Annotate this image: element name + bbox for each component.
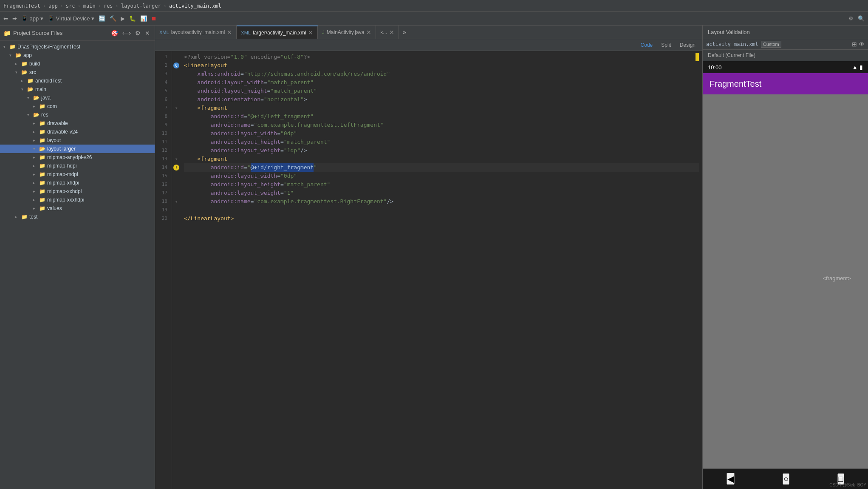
tab-close-2[interactable]: ✕ [308,30,313,36]
gutter-2[interactable]: C [172,61,181,70]
tab-layout-activity[interactable]: XML layout\activity_main.xml ✕ [155,26,237,39]
preview-current-file: activity_main.xml [706,41,758,47]
settings-btn[interactable]: ⚙ [847,14,855,23]
profile-btn[interactable]: 📊 [139,14,149,23]
tab-other[interactable]: k... ✕ [376,26,399,39]
nav-home-btn[interactable]: ○ [783,473,789,485]
nav-back-btn[interactable]: ◀ [727,473,735,485]
ln-10: 10 [155,129,169,138]
tree-androidtest[interactable]: ▸ 📁 androidTest [0,77,155,85]
device-app-name: FragmentTest [710,79,761,89]
gutter-4 [172,78,181,87]
tree-com-label: com [47,103,57,109]
tree-com[interactable]: ▸ 📁 com [0,102,155,111]
tree-root[interactable]: ▾ 📁 D:\asProjects\FragmentTest [0,43,155,51]
search-everywhere-btn[interactable]: 🔍 [856,14,866,23]
sidebar-expand-btn[interactable]: ⟺ [121,29,132,37]
gutter-18[interactable]: ▾ [172,197,181,206]
sidebar: 📁 Project Source Files 🎯 ⟺ ⚙ ✕ ▾ 📁 D:\as… [0,26,155,489]
tab-mainactivity[interactable]: J MainActivity.java ✕ [318,26,376,39]
ln-15: 15 [155,172,169,180]
fold-18[interactable]: ▾ [175,199,178,205]
tree-mipmap-xxxhdpi[interactable]: ▸ 📁 mipmap-xxxhdpi [0,196,155,204]
tree-res[interactable]: ▾ 📂 res [0,111,155,119]
view-design-btn[interactable]: Design [676,41,699,49]
device-content: <fragment> [703,94,868,469]
tab-xml-icon-2: XML [241,30,251,35]
code-line-14: android:id="@+id/right_fragment" [184,163,699,172]
ln-1: 1 [155,53,169,61]
code-line-4: android:layout_width="match_parent" [184,78,699,87]
gutter-14[interactable]: ! [172,163,181,172]
run-btn[interactable]: ▶ [119,14,127,23]
view-code-btn[interactable]: Code [637,41,656,49]
tree-res-label: res [41,112,48,118]
forward-btn[interactable]: ➡ [11,14,19,23]
sidebar-header: 📁 Project Source Files 🎯 ⟺ ⚙ ✕ [0,26,155,41]
tree-drawable[interactable]: ▸ 📁 drawable [0,119,155,128]
tree-values[interactable]: ▸ 📁 values [0,204,155,213]
virtual-device-dropdown[interactable]: 📱 Virtual Device ▾ [46,14,96,23]
stop-btn[interactable]: ⏹ [150,14,158,23]
tree-build[interactable]: ▸ 📁 build [0,60,155,68]
tree-mipmap-hdpi[interactable]: ▸ 📁 mipmap-hdpi [0,162,155,170]
tab-overflow-btn[interactable]: » [399,28,410,36]
tree-mipmap-xhdpi[interactable]: ▸ 📁 mipmap-xhdpi [0,179,155,187]
tab-larger-label: larger\activity_main.xml [253,30,306,36]
tree-drawable-v24[interactable]: ▸ 📁 drawable-v24 [0,128,155,136]
tree-mipmap-xxhdpi[interactable]: ▸ 📁 mipmap-xxhdpi [0,187,155,196]
tree-src[interactable]: ▾ 📂 src [0,68,155,77]
battery-icon: ▮ [860,64,863,71]
tree-java[interactable]: ▾ 📂 java [0,94,155,102]
view-split-btn[interactable]: Split [658,41,674,49]
tab-larger-activity[interactable]: XML larger\activity_main.xml ✕ [237,26,318,39]
preview-eye-btn[interactable]: 👁 [859,41,865,48]
sidebar-locate-btn[interactable]: 🎯 [110,29,119,37]
gutter-16 [172,180,181,189]
tree-app-label: app [23,52,32,58]
ln-13: 13 [155,155,169,163]
debug-btn[interactable]: 🐛 [127,14,138,23]
sidebar-close-btn[interactable]: ✕ [144,29,151,37]
preview-layout-icon-btn[interactable]: ⊞ [852,41,857,48]
preview-custom-dropdown[interactable]: Custom [761,41,781,48]
gutter-13[interactable]: ▾ [172,155,181,163]
app-dropdown[interactable]: 📱 app ▾ [20,14,45,23]
tree-mipmap-xhdpi-label: mipmap-xhdpi [47,180,79,186]
tree-mipmap-mdpi[interactable]: ▸ 📁 mipmap-mdpi [0,170,155,179]
code-line-18: android:name="com.example.fragmenttest.R… [184,197,699,206]
gutter-9 [172,121,181,129]
code-line-19 [184,206,699,214]
tree-root-label: D:\asProjects\FragmentTest [17,44,80,50]
fold-13[interactable]: ▾ [175,156,178,162]
editor-top-bar: Code Split Design [155,39,702,51]
tree-main-label: main [35,86,46,92]
tree-app[interactable]: ▾ 📂 app [0,51,155,60]
tab-other-label: k... [380,29,387,35]
gutter-7[interactable]: ▾ [172,104,181,112]
code-line-13: <fragment [184,155,699,163]
tab-close-4[interactable]: ✕ [389,29,394,35]
ln-11: 11 [155,138,169,146]
main-toolbar: ⬅ ➡ 📱 app ▾ 📱 Virtual Device ▾ 🔄 🔨 ▶ 🐛 📊… [0,12,868,26]
tab-close-1[interactable]: ✕ [227,29,232,35]
fold-7[interactable]: ▾ [175,105,178,111]
preview-default-label: Default (Current File) [703,50,868,61]
back-btn[interactable]: ⬅ [2,14,10,23]
tree-main[interactable]: ▾ 📂 main [0,85,155,94]
ln-6: 6 [155,95,169,104]
tree-test[interactable]: ▸ 📁 test [0,213,155,221]
code-content[interactable]: <?xml version="1.0" encoding="utf-8"?> <… [181,51,702,489]
tree-layout-larger[interactable]: ▾ 📂 layout-larger [0,145,155,153]
code-line-7: <fragment [184,104,699,112]
tree-layout[interactable]: ▸ 📁 layout [0,136,155,145]
sidebar-settings-btn[interactable]: ⚙ [134,29,142,37]
sync-btn[interactable]: 🔄 [97,14,107,23]
preview-panel: Layout Validation activity_main.xml Cust… [702,26,868,489]
tab-close-3[interactable]: ✕ [366,29,371,35]
tree-mipmap-hdpi-label: mipmap-hdpi [47,163,76,169]
rebuild-btn[interactable]: 🔨 [108,14,118,23]
tree-mipmap-anydpi[interactable]: ▸ 📁 mipmap-anydpi-v26 [0,153,155,162]
line-numbers: 1 2 3 4 5 6 7 8 9 10 11 12 13 14 15 16 1… [155,51,172,489]
code-line-16: android:layout_height="match_parent" [184,180,699,189]
